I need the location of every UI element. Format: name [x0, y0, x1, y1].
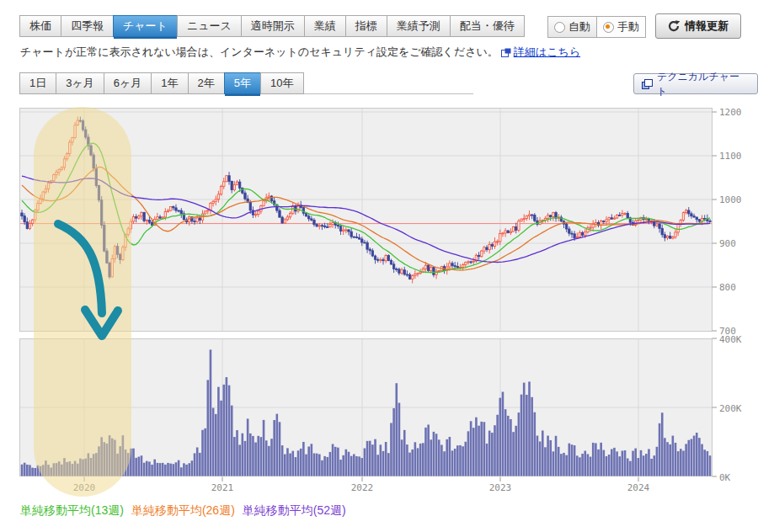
tab-業績[interactable]: 業績: [304, 15, 346, 37]
tab-配当・優待[interactable]: 配当・優待: [450, 15, 525, 37]
period-tab-2年[interactable]: 2年: [188, 72, 225, 94]
axis-tick-label: 200K: [719, 403, 742, 414]
radio-label: 手動: [617, 19, 639, 35]
technical-chart-label: テクニカルチャート: [657, 70, 750, 98]
axis-tick-label: 1100: [719, 151, 742, 162]
main-tab-bar: 株価四季報チャートニュース適時開示業績指標業績予測配当・優待: [20, 15, 525, 37]
refresh-mode-group: 自動手動: [547, 16, 646, 38]
period-tab-bar: 1日3ヶ月6ヶ月1年2年5年10年: [20, 72, 304, 94]
refresh-button[interactable]: 情報更新: [655, 13, 741, 39]
period-tab-5年-selected[interactable]: 5年: [224, 72, 261, 94]
technical-chart-button[interactable]: テクニカルチャート: [633, 73, 758, 94]
refresh-button-label: 情報更新: [685, 19, 729, 34]
period-tab-3ヶ月[interactable]: 3ヶ月: [56, 72, 104, 94]
axis-tick-label: 2024: [627, 482, 650, 493]
period-tab-6ヶ月[interactable]: 6ヶ月: [104, 72, 152, 94]
radio-option-自動[interactable]: 自動: [548, 17, 596, 37]
legend-item: 単純移動平均(13週): [20, 503, 124, 519]
axis-tick-label: 400K: [719, 334, 742, 345]
axis-tick-label: 2022: [351, 482, 374, 493]
axis-tick-label: 900: [719, 238, 736, 249]
radio-label: 自動: [568, 19, 590, 35]
layers-icon: [642, 79, 653, 89]
tab-適時開示[interactable]: 適時開示: [241, 15, 305, 37]
tab-業績予測[interactable]: 業績予測: [387, 15, 451, 37]
detail-link[interactable]: 詳細はこちら: [514, 45, 580, 60]
legend-item: 単純移動平均(52週): [243, 503, 346, 519]
axis-tick-label: 0K: [719, 472, 731, 483]
radio-icon: [554, 22, 565, 33]
period-tab-1日[interactable]: 1日: [19, 72, 56, 94]
period-tab-10年[interactable]: 10年: [260, 72, 303, 94]
popup-window-icon: [501, 48, 511, 57]
annotations: [34, 107, 131, 497]
security-notice: チャートが正常に表示されない場合は、インターネットのセキュリティ設定をご確認くだ…: [20, 45, 580, 60]
axis-tick-label: 2023: [489, 482, 512, 493]
axis-tick-label: 1000: [719, 194, 742, 205]
ma-legend: 単純移動平均(13週)単純移動平均(26週)単純移動平均(52週): [20, 503, 346, 519]
tab-四季報[interactable]: 四季報: [61, 15, 114, 37]
tab-ニュース[interactable]: ニュース: [177, 15, 242, 37]
security-notice-text: チャートが正常に表示されない場合は、インターネットのセキュリティ設定をご確認くだ…: [20, 45, 499, 60]
tab-チャート-selected[interactable]: チャート: [113, 15, 178, 37]
axis-tick-label: 2021: [211, 482, 234, 493]
tab-株価[interactable]: 株価: [19, 15, 61, 37]
stock-chart-page: { "header": { "tabs": [ {"label":"株価","s…: [0, 0, 758, 532]
radio-icon: [603, 22, 614, 33]
highlight-band: [34, 107, 131, 497]
legend-item: 単純移動平均(26週): [131, 503, 235, 519]
axis-tick-label: 800: [719, 282, 736, 293]
axis-tick-label: 1200: [719, 107, 742, 118]
refresh-icon: [668, 20, 680, 32]
tab-指標[interactable]: 指標: [345, 15, 387, 37]
period-tab-1年[interactable]: 1年: [151, 72, 188, 94]
radio-option-手動[interactable]: 手動: [596, 17, 645, 37]
